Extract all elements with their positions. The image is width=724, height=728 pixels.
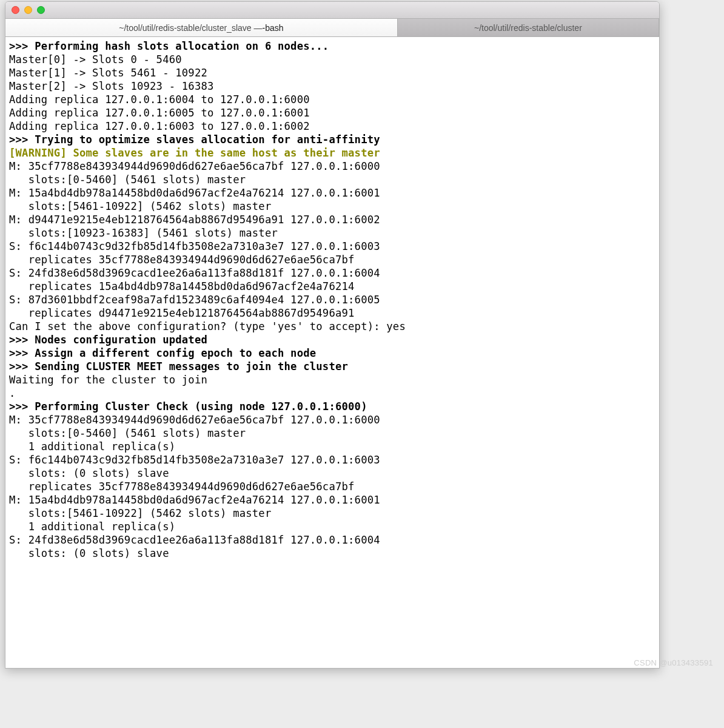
- close-icon[interactable]: [12, 6, 19, 14]
- terminal-line: .: [9, 386, 655, 400]
- terminal-line: >>> Performing hash slots allocation on …: [9, 39, 655, 53]
- terminal-line: M: d94471e9215e4eb1218764564ab8867d95496…: [9, 213, 655, 226]
- terminal-line: 1 additional replica(s): [9, 440, 655, 453]
- terminal-line: S: f6c144b0743c9d32fb85d14fb3508e2a7310a…: [9, 240, 655, 253]
- terminal-window: ~/tool/util/redis-stable/cluster_slave —…: [5, 1, 660, 669]
- terminal-line: Can I set the above configuration? (type…: [9, 320, 655, 333]
- terminal-line: >>> Sending CLUSTER MEET messages to joi…: [9, 360, 655, 373]
- terminal-line: M: 35cf7788e843934944d9690d6d627e6ae56ca…: [9, 413, 655, 426]
- terminal-line: slots:[0-5460] (5461 slots) master: [9, 426, 655, 440]
- terminal-line: replicates 35cf7788e843934944d9690d6d627…: [9, 253, 655, 266]
- terminal-line: slots:[10923-16383] (5461 slots) master: [9, 226, 655, 240]
- terminal-line: Master[1] -> Slots 5461 - 10922: [9, 66, 655, 79]
- terminal-line: M: 15a4bd4db978a14458bd0da6d967acf2e4a76…: [9, 186, 655, 200]
- window-titlebar[interactable]: [5, 2, 659, 19]
- minimize-icon[interactable]: [24, 6, 32, 14]
- terminal-line: slots:[0-5460] (5461 slots) master: [9, 173, 655, 186]
- tab-label-prefix: ~/tool/util/redis-stable/cluster_slave —: [119, 23, 262, 33]
- terminal-line: >>> Nodes configuration updated: [9, 333, 655, 346]
- terminal-line: S: 87d3601bbdf2ceaf98a7afd1523489c6af409…: [9, 293, 655, 306]
- tab-active[interactable]: ~/tool/util/redis-stable/cluster_slave —…: [5, 19, 398, 36]
- terminal-line: S: f6c144b0743c9d32fb85d14fb3508e2a7310a…: [9, 453, 655, 467]
- terminal-line: >>> Trying to optimize slaves allocation…: [9, 133, 655, 146]
- tab-label-prefix: ~/tool/util/redis-stable/cluster: [474, 23, 582, 33]
- tab-label-suffix: -bash: [262, 23, 283, 33]
- terminal-line: M: 15a4bd4db978a14458bd0da6d967acf2e4a76…: [9, 493, 655, 507]
- tab-inactive[interactable]: ~/tool/util/redis-stable/cluster: [398, 19, 659, 36]
- terminal-line: replicates 15a4bd4db978a14458bd0da6d967a…: [9, 280, 655, 293]
- zoom-icon[interactable]: [37, 6, 45, 14]
- terminal-line: replicates 35cf7788e843934944d9690d6d627…: [9, 480, 655, 493]
- terminal-line: 1 additional replica(s): [9, 520, 655, 533]
- terminal-line: Master[0] -> Slots 0 - 5460: [9, 53, 655, 66]
- terminal-line: >>> Assign a different config epoch to e…: [9, 346, 655, 360]
- terminal-line: Adding replica 127.0.0.1:6005 to 127.0.0…: [9, 106, 655, 120]
- watermark-text: CSDN @u013433591: [634, 658, 713, 667]
- terminal-line: replicates d94471e9215e4eb1218764564ab88…: [9, 306, 655, 320]
- terminal-line: Master[2] -> Slots 10923 - 16383: [9, 79, 655, 93]
- terminal-line: slots:[5461-10922] (5462 slots) master: [9, 200, 655, 213]
- terminal-line: [WARNING] Some slaves are in the same ho…: [9, 146, 655, 160]
- terminal-line: S: 24fd38e6d58d3969cacd1ee26a6a113fa88d1…: [9, 266, 655, 280]
- terminal-line: Adding replica 127.0.0.1:6003 to 127.0.0…: [9, 120, 655, 133]
- terminal-line: slots:[5461-10922] (5462 slots) master: [9, 507, 655, 520]
- terminal-line: M: 35cf7788e843934944d9690d6d627e6ae56ca…: [9, 160, 655, 173]
- terminal-line: Adding replica 127.0.0.1:6004 to 127.0.0…: [9, 93, 655, 106]
- terminal-line: slots: (0 slots) slave: [9, 467, 655, 480]
- tab-bar: ~/tool/util/redis-stable/cluster_slave —…: [5, 19, 659, 37]
- terminal-line: slots: (0 slots) slave: [9, 547, 655, 560]
- terminal-output[interactable]: >>> Performing hash slots allocation on …: [5, 37, 659, 668]
- terminal-line: S: 24fd38e6d58d3969cacd1ee26a6a113fa88d1…: [9, 533, 655, 547]
- terminal-line: Waiting for the cluster to join: [9, 373, 655, 386]
- terminal-line: >>> Performing Cluster Check (using node…: [9, 400, 655, 413]
